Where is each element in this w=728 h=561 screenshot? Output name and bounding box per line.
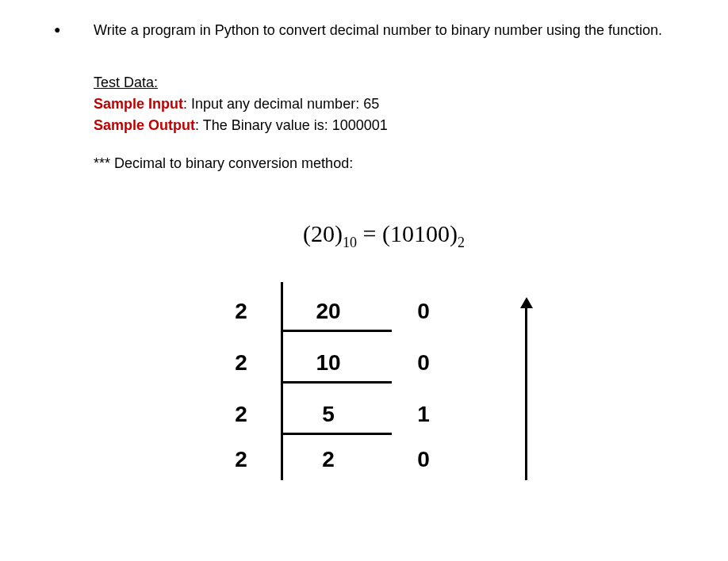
test-data-label: Test Data: [94,74,158,90]
division-row: 2 2 0 [201,441,566,480]
sample-input-line: Sample Input: Input any decimal number: … [94,94,696,115]
remainder-cell: 0 [376,442,455,478]
division-diagram: 2 20 0 2 10 0 2 5 1 2 2 0 [201,278,566,480]
quotient-cell: 5 [281,397,376,433]
sample-output-line: Sample Output: The Binary value is: 1000… [94,115,696,136]
divisor-cell: 2 [201,294,281,330]
eq-left-num: (20) [303,220,343,246]
horizontal-divider [281,330,392,332]
eq-right-sub: 2 [458,235,465,250]
question-item: ● Write a program in Python to convert d… [71,16,696,44]
test-data-heading: Test Data: [94,72,696,94]
eq-right-num: (10100) [382,220,458,246]
quotient-cell: 20 [281,294,376,330]
remainder-cell: 1 [376,397,455,433]
quotient-cell: 2 [281,442,376,478]
read-direction-arrow [519,294,535,480]
remainder-cell: 0 [376,294,455,330]
remainder-cell: 0 [376,345,455,381]
horizontal-divider [281,433,392,435]
sample-input-text: : Input any decimal number: 65 [183,96,379,112]
eq-left-sub: 10 [343,235,357,250]
arrow-stem [525,302,527,480]
divisor-cell: 2 [201,397,281,433]
test-data-block: Test Data: Sample Input: Input any decim… [94,72,696,136]
divisor-cell: 2 [201,442,281,478]
method-note: *** Decimal to binary conversion method: [94,152,696,175]
bullet-icon: ● [54,21,60,38]
horizontal-divider [281,381,392,384]
conversion-equation: (20)10 = (10100)2 [71,215,696,254]
eq-equals: = [357,220,382,246]
divisor-cell: 2 [201,345,281,381]
quotient-cell: 10 [281,345,376,381]
sample-output-label: Sample Output [94,117,195,133]
question-text: Write a program in Python to convert dec… [94,16,696,44]
sample-input-label: Sample Input [94,96,183,112]
sample-output-text: : The Binary value is: 1000001 [195,117,388,133]
